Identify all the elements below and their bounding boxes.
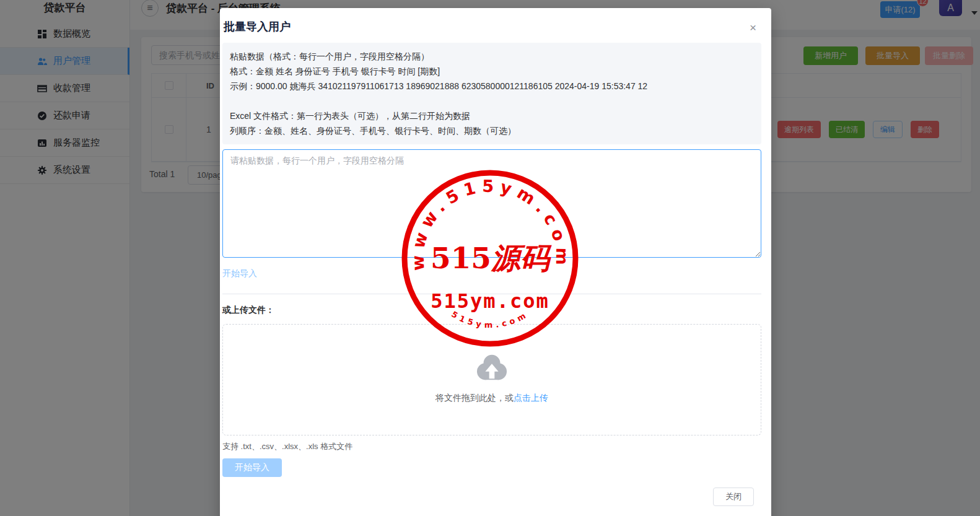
drop-hint-text: 将文件拖到此处，或点击上传 (435, 393, 548, 404)
modal-footer: 关闭 (222, 488, 761, 506)
info-line: 示例：9000.00 姚海兵 341021197911061713 189690… (230, 79, 754, 94)
format-hint: 支持 .txt、.csv、.xlsx、.xls 格式文件 (222, 441, 761, 452)
close-icon[interactable]: × (750, 22, 756, 33)
start-import-button[interactable]: 开始导入 (222, 458, 282, 477)
watermark-stamp: www.515ym.com 515源码 515ym.com 515ym.com (400, 168, 580, 348)
stamp-domain-text: 515ym.com (431, 289, 549, 313)
info-line: 列顺序：金额、姓名、身份证号、手机号、银行卡号、时间、期数（可选） (230, 123, 754, 138)
stamp-center-cjk: 源码 (491, 241, 552, 275)
drop-text: 将文件拖到此处，或 (435, 393, 514, 403)
info-line: Excel 文件格式：第一行为表头（可选），从第二行开始为数据 (230, 108, 754, 123)
info-line: 粘贴数据（格式：每行一个用户，字段用空格分隔） (230, 49, 754, 64)
upload-cloud-icon (472, 352, 512, 383)
stamp-center-text: 515源码 (431, 241, 552, 275)
start-import-link[interactable]: 开始导入 (222, 268, 257, 279)
click-upload-link[interactable]: 点击上传 (514, 393, 548, 403)
close-modal-button[interactable]: 关闭 (713, 488, 754, 506)
info-line: 格式：金额 姓名 身份证号 手机号 银行卡号 时间 [期数] (230, 64, 754, 79)
import-format-info: 粘贴数据（格式：每行一个用户，字段用空格分隔） 格式：金额 姓名 身份证号 手机… (222, 43, 761, 144)
stamp-center-digits: 515 (431, 241, 491, 275)
modal-title: 批量导入用户 (222, 19, 761, 34)
info-line (230, 94, 754, 108)
